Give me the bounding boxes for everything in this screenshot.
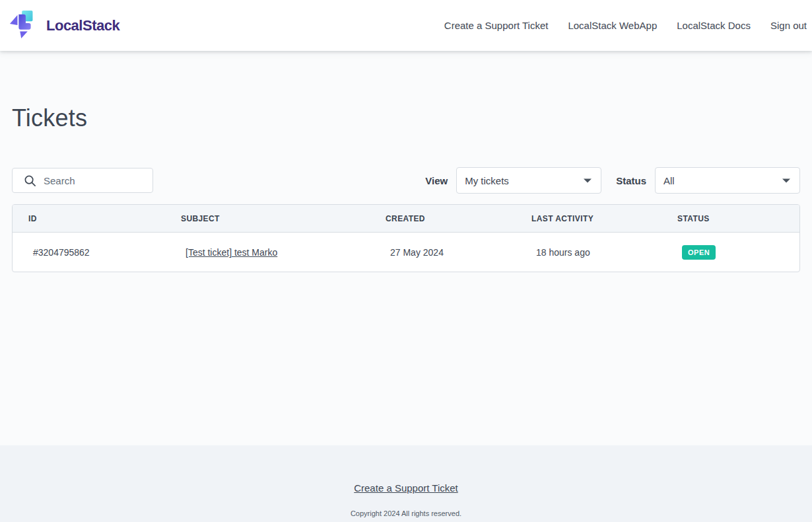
nav-sign-out[interactable]: Sign out (770, 20, 807, 31)
localstack-logo-icon (9, 9, 40, 43)
search-icon (24, 174, 36, 187)
column-header-created: CREATED (370, 205, 516, 233)
column-header-id: ID (13, 205, 165, 233)
table-row: #3204795862 [Test ticket] test Marko 27 … (13, 233, 799, 272)
search-box[interactable] (12, 168, 153, 193)
tickets-table: ID SUBJECT CREATED LAST ACTIVITY STATUS … (13, 205, 799, 272)
footer-create-support-ticket-link[interactable]: Create a Support Ticket (354, 482, 458, 494)
page-footer: Create a Support Ticket Copyright 2024 A… (0, 445, 812, 522)
nav-create-support-ticket[interactable]: Create a Support Ticket (444, 20, 549, 31)
nav-localstack-docs[interactable]: LocalStack Docs (677, 20, 751, 31)
page-title: Tickets (12, 104, 800, 132)
ticket-last-activity-cell: 18 hours ago (516, 233, 661, 272)
column-header-status: STATUS (661, 205, 799, 233)
ticket-id-cell: #3204795862 (13, 233, 165, 272)
footer-copyright: Copyright 2024 All rights reserved. (351, 509, 461, 517)
main-content: Tickets View My tickets Status (0, 51, 812, 445)
column-header-subject: SUBJECT (165, 205, 370, 233)
table-header-row: ID SUBJECT CREATED LAST ACTIVITY STATUS (13, 205, 799, 233)
tickets-page: LocalStack Create a Support Ticket Local… (0, 0, 812, 522)
view-select-value: My tickets (465, 175, 584, 186)
status-label: Status (616, 175, 646, 186)
nav-localstack-webapp[interactable]: LocalStack WebApp (568, 20, 657, 31)
localstack-logo[interactable]: LocalStack (9, 9, 119, 43)
status-select-value: All (663, 175, 782, 186)
ticket-subject-link[interactable]: [Test ticket] test Marko (186, 247, 277, 258)
chevron-down-icon (782, 178, 790, 183)
ticket-status-cell: OPEN (661, 233, 799, 272)
status-select[interactable]: All (655, 167, 800, 194)
header-nav: Create a Support Ticket LocalStack WebAp… (444, 20, 807, 31)
chevron-down-icon (584, 178, 592, 183)
status-badge: OPEN (682, 245, 716, 260)
filter-row: View My tickets Status All (12, 167, 800, 194)
column-header-last-activity: LAST ACTIVITY (516, 205, 661, 233)
app-header: LocalStack Create a Support Ticket Local… (0, 0, 812, 51)
ticket-created-cell: 27 May 2024 (370, 233, 516, 272)
search-input[interactable] (44, 175, 136, 186)
view-select[interactable]: My tickets (456, 167, 601, 194)
localstack-wordmark: LocalStack (46, 17, 119, 34)
ticket-subject-cell: [Test ticket] test Marko (165, 233, 370, 272)
tickets-table-card: ID SUBJECT CREATED LAST ACTIVITY STATUS … (12, 204, 800, 272)
view-label: View (425, 175, 448, 186)
